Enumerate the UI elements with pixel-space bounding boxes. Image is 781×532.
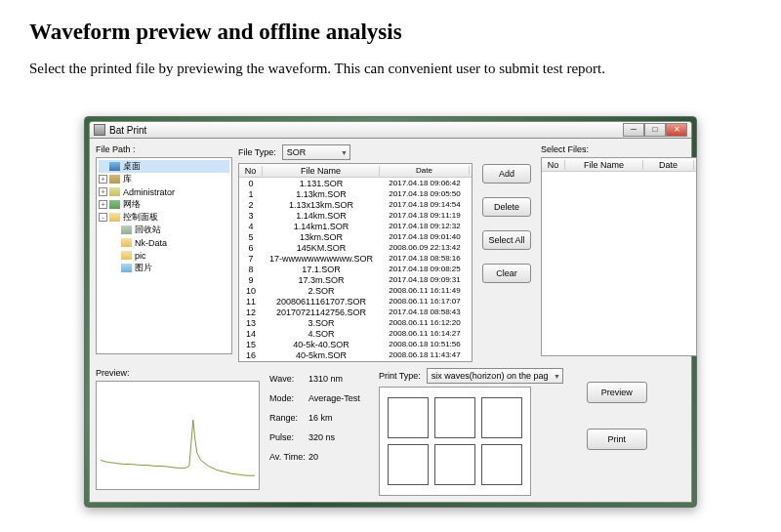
- cell-no: 3: [239, 211, 263, 221]
- wave-value: 1310 nm: [308, 374, 343, 384]
- table-row[interactable]: 1540-5k-40.SOR2008.06.18 10:51:56: [239, 339, 472, 349]
- delete-button[interactable]: Delete: [482, 197, 531, 217]
- tree-item[interactable]: 回收站: [99, 224, 229, 236]
- table-row[interactable]: 11.13km.SOR2017.04.18 09:05:50: [239, 188, 472, 199]
- cell-date: 2017.04.18 09:14:54: [380, 200, 470, 209]
- sel-col-filename-header[interactable]: File Name: [565, 160, 643, 170]
- titlebar[interactable]: Bat Print ─ □ ✕: [89, 121, 692, 139]
- table-row[interactable]: 144.SOR2008.06.11 16:14:27: [239, 328, 472, 339]
- cell-filename: 4.SOR: [263, 329, 380, 339]
- cell-no: 8: [239, 265, 263, 274]
- print-type-label: Print Type:: [379, 371, 421, 381]
- close-button[interactable]: ✕: [666, 123, 687, 137]
- expand-icon[interactable]: +: [99, 200, 107, 209]
- range-key: Range:: [269, 413, 308, 423]
- sel-col-no-header[interactable]: No: [542, 160, 565, 170]
- cell-no: 5: [239, 232, 263, 242]
- cell-filename: 145KM.SOR: [263, 243, 380, 253]
- tree-item-label: 桌面: [123, 160, 141, 173]
- file-type-label: File Type:: [238, 147, 276, 157]
- print-type-select[interactable]: six waves(horizon) on the pag: [427, 368, 563, 384]
- cell-date: 2017.04.18 09:01:40: [380, 232, 470, 241]
- collapse-icon[interactable]: -: [99, 213, 107, 222]
- page-title: Waveform preview and offline analysis: [29, 20, 752, 45]
- tree-item[interactable]: +Administrator: [99, 185, 229, 198]
- cell-no: 2: [239, 200, 263, 210]
- expand-icon[interactable]: +: [99, 187, 107, 196]
- layout-slot: [388, 444, 429, 485]
- cell-date: 2017.04.18 09:09:31: [380, 275, 470, 284]
- table-row[interactable]: 1220170721142756.SOR2017.04.18 08:58:43: [239, 307, 472, 317]
- table-row[interactable]: 01.131.SOR2017.04.18 09:06:42: [239, 178, 472, 188]
- mode-key: Mode:: [269, 393, 308, 403]
- table-row[interactable]: 1120080611161707.SOR2008.06.11 16:17:07: [239, 296, 472, 307]
- tree-item-label: 库: [123, 173, 132, 185]
- cell-filename: 1.13x13km.SOR: [263, 200, 380, 210]
- folder-icon: [109, 200, 120, 209]
- folder-icon: [109, 162, 120, 171]
- cell-date: 2008.06.11 16:12:20: [380, 318, 470, 327]
- tree-item[interactable]: +库: [99, 173, 229, 185]
- table-row[interactable]: 513km.SOR2017.04.18 09:01:40: [239, 231, 472, 242]
- select-all-button[interactable]: Select All: [482, 230, 531, 250]
- col-filename-header[interactable]: File Name: [263, 166, 380, 176]
- add-button[interactable]: Add: [482, 164, 531, 184]
- selected-files-body[interactable]: [542, 172, 696, 355]
- folder-icon: [121, 238, 132, 247]
- tree-item[interactable]: +网络: [99, 198, 229, 211]
- tree-item[interactable]: pic: [99, 249, 229, 262]
- select-files-label: Select Files:: [541, 144, 697, 154]
- sel-col-date-header[interactable]: Date: [643, 160, 694, 170]
- clear-button[interactable]: Clear: [482, 264, 531, 283]
- table-row[interactable]: 41.14km1.SOR2017.04.18 09:12:32: [239, 221, 472, 231]
- table-row[interactable]: 817.1.SOR2017.04.18 09:08:25: [239, 264, 472, 274]
- maximize-button[interactable]: □: [644, 123, 666, 137]
- tree-item-label: pic: [135, 251, 146, 261]
- col-no-header[interactable]: No: [239, 166, 263, 176]
- cell-date: 2008.06.18 10:51:56: [380, 340, 470, 348]
- table-row[interactable]: 6145KM.SOR2008.06.09 22:13:42: [239, 242, 472, 253]
- expand-icon[interactable]: +: [99, 175, 107, 184]
- cell-filename: 1.14km.SOR: [263, 211, 380, 221]
- app-icon: [94, 124, 105, 136]
- folder-icon: [121, 225, 132, 234]
- preview-button[interactable]: Preview: [587, 382, 647, 403]
- minimize-button[interactable]: ─: [623, 123, 644, 137]
- table-row[interactable]: 21.13x13km.SOR2017.04.18 09:14:54: [239, 199, 472, 210]
- table-row[interactable]: 1640-5km.SOR2008.06.18 11:43:47: [239, 349, 472, 360]
- cell-no: 10: [239, 286, 263, 296]
- folder-tree[interactable]: 桌面+库+Administrator+网络-控制面板回收站Nk-Datapic图…: [96, 157, 232, 354]
- cell-filename: 20170721142756.SOR: [263, 307, 380, 317]
- cell-no: 7: [239, 254, 263, 264]
- tree-item[interactable]: Nk-Data: [99, 236, 229, 249]
- cell-date: 2017.04.18 08:58:43: [380, 307, 470, 316]
- tree-item[interactable]: 桌面: [99, 160, 229, 173]
- table-row[interactable]: 102.SOR2008.06.11 16:11:49: [239, 285, 472, 296]
- col-date-header[interactable]: Date: [380, 166, 470, 175]
- waveform-preview: [96, 381, 260, 490]
- cell-filename: 40-5km.SOR: [263, 350, 380, 360]
- cell-no: 9: [239, 275, 263, 285]
- file-path-label: File Path :: [96, 144, 232, 154]
- cell-no: 12: [239, 307, 263, 317]
- folder-icon: [109, 187, 120, 196]
- cell-no: 14: [239, 329, 263, 339]
- table-row[interactable]: 133.SOR2008.06.11 16:12:20: [239, 317, 472, 328]
- tree-indent: [110, 264, 119, 272]
- table-row[interactable]: 917.3m.SOR2017.04.18 09:09:31: [239, 274, 472, 285]
- folder-icon: [121, 264, 132, 272]
- cell-filename: 20080611161707.SOR: [263, 297, 380, 307]
- cell-date: 2017.04.18 08:58:16: [380, 254, 470, 263]
- cell-filename: 17-wwwwwwwwwww.SOR: [263, 254, 380, 264]
- cell-no: 0: [239, 179, 263, 188]
- layout-slot: [434, 397, 475, 438]
- table-row[interactable]: 717-wwwwwwwwwww.SOR2017.04.18 08:58:16: [239, 253, 472, 264]
- print-button[interactable]: Print: [587, 429, 647, 450]
- table-row[interactable]: 31.14km.SOR2017.04.18 09:11:19: [239, 210, 472, 221]
- file-list-body[interactable]: 01.131.SOR2017.04.18 09:06:4211.13km.SOR…: [239, 178, 472, 361]
- tree-item[interactable]: -控制面板: [99, 211, 229, 224]
- file-type-select[interactable]: SOR: [282, 144, 350, 160]
- tree-item[interactable]: 图片: [99, 262, 229, 274]
- window-title: Bat Print: [109, 125, 146, 136]
- waveform-info-panel: Wave:1310 nm Mode:Average-Test Range:16 …: [266, 368, 373, 496]
